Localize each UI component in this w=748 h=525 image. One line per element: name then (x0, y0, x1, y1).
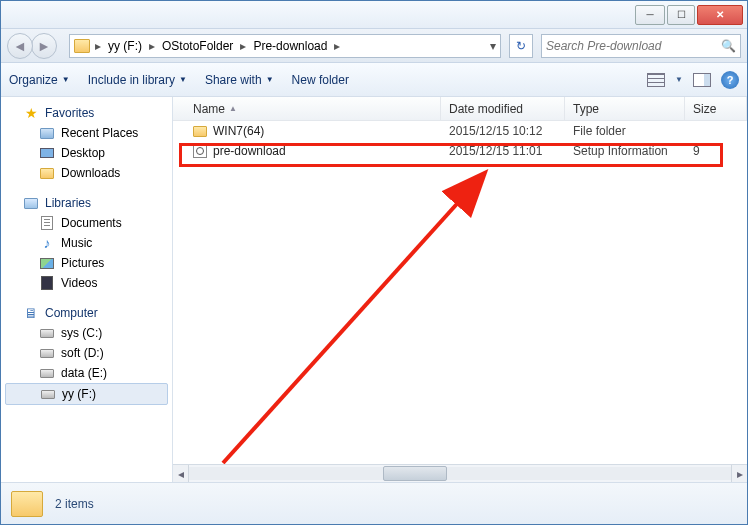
toolbar: Organize▼ Include in library▼ Share with… (1, 63, 747, 97)
svg-line-0 (223, 175, 483, 463)
music-icon: ♪ (39, 235, 55, 251)
search-icon: 🔍 (721, 39, 736, 53)
sidebar-item-drive-c[interactable]: sys (C:) (1, 323, 172, 343)
file-date: 2015/12/15 11:01 (441, 144, 565, 158)
chevron-right-icon: ▸ (331, 39, 343, 53)
minimize-button[interactable]: ─ (635, 5, 665, 25)
help-button[interactable]: ? (721, 71, 739, 89)
close-button[interactable]: ✕ (697, 5, 743, 25)
breadcrumb-folder-2[interactable]: Pre-download (251, 39, 329, 53)
status-bar: 2 items (1, 482, 747, 524)
address-dropdown-icon[interactable]: ▾ (488, 39, 496, 53)
chevron-down-icon: ▼ (62, 75, 70, 84)
sidebar-item-label: Desktop (61, 146, 105, 160)
preview-pane-button[interactable] (693, 73, 711, 87)
sidebar-item-label: Downloads (61, 166, 120, 180)
inf-file-icon (193, 144, 207, 158)
sidebar-item-label: Recent Places (61, 126, 138, 140)
organize-menu[interactable]: Organize▼ (9, 73, 70, 87)
include-in-library-menu[interactable]: Include in library▼ (88, 73, 187, 87)
sidebar-item-recent-places[interactable]: Recent Places (1, 123, 172, 143)
chevron-down-icon: ▼ (675, 75, 683, 84)
breadcrumb-folder-1[interactable]: OStotoFolder (160, 39, 235, 53)
sidebar-item-label: sys (C:) (61, 326, 102, 340)
organize-label: Organize (9, 73, 58, 87)
file-size: 9 (685, 144, 747, 158)
column-header-type[interactable]: Type (565, 97, 685, 120)
scrollbar-track[interactable] (189, 467, 731, 480)
sidebar-item-drive-d[interactable]: soft (D:) (1, 343, 172, 363)
sidebar-item-downloads[interactable]: Downloads (1, 163, 172, 183)
sidebar-head-computer[interactable]: 🖥Computer (1, 303, 172, 323)
chevron-down-icon: ▼ (266, 75, 274, 84)
sidebar-item-desktop[interactable]: Desktop (1, 143, 172, 163)
sidebar-group-libraries: Libraries Documents ♪Music Pictures Vide… (1, 193, 172, 293)
sidebar-head-libraries[interactable]: Libraries (1, 193, 172, 213)
computer-icon: 🖥 (23, 305, 39, 321)
back-button[interactable]: ◄ (7, 33, 33, 59)
drive-icon (40, 386, 56, 402)
new-folder-button[interactable]: New folder (292, 73, 349, 87)
include-label: Include in library (88, 73, 175, 87)
sidebar-item-drive-f[interactable]: yy (F:) (5, 383, 168, 405)
col-label: Name (193, 102, 225, 116)
view-options-button[interactable] (647, 73, 665, 87)
refresh-button[interactable]: ↻ (509, 34, 533, 58)
column-header-date[interactable]: Date modified (441, 97, 565, 120)
share-with-menu[interactable]: Share with▼ (205, 73, 274, 87)
file-name: WIN7(64) (213, 124, 264, 138)
forward-button[interactable]: ► (31, 33, 57, 59)
videos-icon (39, 275, 55, 291)
pictures-icon (39, 255, 55, 271)
file-type: Setup Information (565, 144, 685, 158)
drive-icon (74, 39, 90, 53)
folder-icon (11, 491, 43, 517)
horizontal-scrollbar[interactable]: ◂ ▸ (173, 464, 747, 482)
column-header-size[interactable]: Size (685, 97, 747, 120)
sidebar-item-pictures[interactable]: Pictures (1, 253, 172, 273)
sidebar-item-label: Documents (61, 216, 122, 230)
column-header-name[interactable]: Name▲ (173, 97, 441, 120)
nav-history-buttons: ◄ ► (7, 32, 65, 60)
drive-icon (39, 325, 55, 341)
titlebar: ─ ☐ ✕ (1, 1, 747, 29)
sidebar-item-label: Music (61, 236, 92, 250)
annotation-arrow (203, 163, 523, 464)
scrollbar-thumb[interactable] (383, 466, 447, 481)
maximize-button[interactable]: ☐ (667, 5, 695, 25)
col-label: Date modified (449, 102, 523, 116)
share-label: Share with (205, 73, 262, 87)
newfolder-label: New folder (292, 73, 349, 87)
sidebar-item-music[interactable]: ♪Music (1, 233, 172, 253)
drive-icon (39, 345, 55, 361)
scroll-left-button[interactable]: ◂ (173, 465, 189, 482)
chevron-down-icon: ▼ (179, 75, 187, 84)
sidebar-item-documents[interactable]: Documents (1, 213, 172, 233)
search-input[interactable] (546, 39, 721, 53)
folder-icon (193, 126, 207, 137)
sidebar-item-label: soft (D:) (61, 346, 104, 360)
list-item[interactable]: pre-download 2015/12/15 11:01 Setup Info… (173, 141, 747, 161)
sidebar-head-favorites[interactable]: ★Favorites (1, 103, 172, 123)
recent-places-icon (39, 125, 55, 141)
list-item[interactable]: WIN7(64) 2015/12/15 10:12 File folder (173, 121, 747, 141)
address-bar[interactable]: ▸ yy (F:) ▸ OStotoFolder ▸ Pre-download … (69, 34, 501, 58)
breadcrumb-drive[interactable]: yy (F:) (106, 39, 144, 53)
sidebar-group-computer: 🖥Computer sys (C:) soft (D:) data (E:) y… (1, 303, 172, 405)
sidebar-item-videos[interactable]: Videos (1, 273, 172, 293)
chevron-right-icon: ▸ (92, 39, 104, 53)
sidebar-item-label: Pictures (61, 256, 104, 270)
sidebar-item-drive-e[interactable]: data (E:) (1, 363, 172, 383)
file-date: 2015/12/15 10:12 (441, 124, 565, 138)
col-label: Type (573, 102, 599, 116)
search-box[interactable]: 🔍 (541, 34, 741, 58)
col-label: Size (693, 102, 716, 116)
drive-icon (39, 365, 55, 381)
scroll-right-button[interactable]: ▸ (731, 465, 747, 482)
status-text: 2 items (55, 497, 94, 511)
favorites-label: Favorites (45, 106, 94, 120)
sidebar-item-label: data (E:) (61, 366, 107, 380)
explorer-window: ─ ☐ ✕ ◄ ► ▸ yy (F:) ▸ OStotoFolder ▸ Pre… (0, 0, 748, 525)
sidebar-item-label: yy (F:) (62, 387, 96, 401)
navbar: ◄ ► ▸ yy (F:) ▸ OStotoFolder ▸ Pre-downl… (1, 29, 747, 63)
